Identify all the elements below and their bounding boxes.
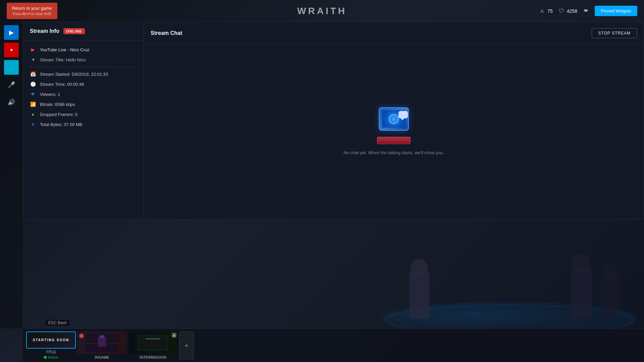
- top-right-stats: ⚔ 75 🛡 4258 ❤ Pinned Widgets: [539, 6, 637, 16]
- svg-text:INTERMISSION: INTERMISSION: [146, 338, 160, 340]
- add-scene-button[interactable]: +: [179, 331, 194, 359]
- return-btn-sub: Press Alt+H to close HUD: [13, 12, 51, 16]
- no-chat-message: No chat yet. When the talking starts, we…: [343, 149, 444, 157]
- svg-rect-14: [142, 342, 156, 347]
- divider: [30, 67, 137, 67]
- scene-thumb-intermission: 🔒 INTERMISSION: [128, 331, 178, 354]
- scene-thumb-title-text: STARTING SOON: [33, 338, 69, 342]
- total-bytes-item: ≡ Total Bytes: 37.59 MB: [23, 119, 144, 129]
- health-icon: ❤: [583, 8, 589, 14]
- viewers-value: Viewers: 1: [40, 92, 60, 97]
- volume-icon-btn[interactable]: 🔊: [4, 95, 19, 110]
- platform-value: YouTube Live - Nico Cruz: [40, 47, 89, 52]
- intermission-lock: 🔒: [172, 333, 176, 338]
- score-icon: 🛡: [558, 8, 565, 14]
- ingame-label: INGAME: [95, 355, 109, 359]
- monitor-eye: [389, 114, 398, 124]
- scene-thumb-ingame: !: [77, 331, 127, 354]
- esc-back-text: ESC Back: [48, 320, 67, 325]
- viewers-item: 👁 Viewers: 1: [23, 89, 144, 99]
- stream-title-value: Stream Title: Hello Nico: [40, 57, 86, 62]
- score-stat: 🛡 4258: [558, 8, 577, 14]
- total-bytes-value: Total Bytes: 37.59 MB: [40, 122, 82, 127]
- stream-chat-panel: Stream Chat STOP STREAM No chat yet. Whe…: [144, 22, 644, 219]
- active-text: Active: [48, 355, 58, 359]
- active-dot: [44, 356, 47, 359]
- scene-item-ingame[interactable]: ! INGAME: [77, 331, 127, 359]
- svg-rect-16: [157, 345, 164, 347]
- stream-info-title: Stream Info: [30, 28, 59, 34]
- svg-rect-9: [100, 335, 104, 338]
- kills-stat: ⚔ 75: [539, 8, 553, 14]
- top-bar: Return to your game Press Alt+H to close…: [0, 0, 644, 22]
- alert-badge: !: [79, 334, 84, 338]
- kills-value: 75: [547, 8, 553, 14]
- scene-title-label: TITLE: [46, 350, 56, 354]
- no-chat-illustration: [374, 107, 414, 144]
- youtube-icon-btn[interactable]: [4, 43, 19, 57]
- scene-item-title[interactable]: STARTING SOON TITLE Active: [26, 331, 76, 359]
- svg-rect-15: [157, 342, 164, 344]
- score-value: 4258: [567, 8, 577, 14]
- stop-stream-button[interactable]: STOP STREAM: [592, 28, 637, 38]
- game-title: WRAITH: [297, 6, 347, 16]
- pinned-widgets-label: Pinned Widgets: [601, 8, 631, 13]
- stream-icon-btn[interactable]: ▶: [4, 25, 19, 40]
- clock-icon: 🕐: [30, 81, 36, 87]
- ingame-preview-svg: [85, 334, 119, 352]
- stream-started-value: Stream Started: 5/6/2019, 22:01:33: [40, 72, 108, 77]
- svg-rect-8: [98, 337, 106, 347]
- scene-active-label: Active: [44, 355, 58, 359]
- health-stat: ❤: [583, 8, 589, 14]
- return-to-game-button[interactable]: Return to your game Press Alt+H to close…: [7, 3, 57, 19]
- stream-time-value: Stream Time: 00:00:48: [40, 82, 84, 87]
- obs-icon-btn[interactable]: [4, 60, 19, 75]
- monitor-graphic: [379, 107, 409, 131]
- pinned-widgets-button[interactable]: Pinned Widgets: [595, 6, 637, 16]
- sidebar: ▶ 🎤 🔊: [0, 22, 23, 328]
- kills-icon: ⚔: [539, 8, 545, 14]
- keyboard-graphic: [377, 137, 411, 144]
- bitrate-value: Bitrate: 6596 kbps: [40, 102, 75, 107]
- chat-title: Stream Chat: [151, 30, 182, 36]
- mic-icon-btn[interactable]: 🎤: [4, 77, 19, 92]
- scene-thumb-title: STARTING SOON: [26, 331, 76, 349]
- speech-bubble: [398, 111, 408, 118]
- bitrate-icon: 📶: [30, 102, 36, 107]
- main-panel: Stream Info ONLINE ▶ YouTube Live - Nico…: [23, 22, 644, 220]
- floor-glow: [376, 302, 577, 328]
- dropped-icon: ●: [30, 112, 36, 117]
- platform-item: ▶ YouTube Live - Nico Cruz: [23, 45, 144, 55]
- svg-point-4: [11, 67, 12, 68]
- return-btn-label: Return to your game: [12, 5, 52, 11]
- bitrate-item: 📶 Bitrate: 6596 kbps: [23, 99, 144, 109]
- lock-icon: 🔒: [172, 334, 176, 337]
- online-badge: ONLINE: [63, 28, 85, 34]
- intermission-preview-svg: INTERMISSION: [136, 334, 170, 352]
- stream-info-header: Stream Info ONLINE: [23, 22, 144, 41]
- stream-title-item: ✦ Stream Title: Hello Nico: [23, 55, 144, 65]
- intermission-label: INTERMISSION: [140, 355, 166, 359]
- stream-title-icon: ✦: [30, 57, 36, 62]
- viewers-icon: 👁: [30, 92, 36, 97]
- no-chat-text: No chat yet. When the talking starts, we…: [343, 150, 444, 155]
- scene-item-intermission[interactable]: 🔒 INTERMISSION INTERMISSION: [128, 331, 178, 359]
- stream-info-list: ▶ YouTube Live - Nico Cruz ✦ Stream Titl…: [23, 41, 144, 133]
- dropped-frames-item: ● Dropped Frames: 0: [23, 109, 144, 119]
- chat-header: Stream Chat STOP STREAM: [144, 22, 644, 45]
- bytes-icon: ≡: [30, 122, 36, 127]
- chat-body: No chat yet. When the talking starts, we…: [144, 45, 644, 219]
- stream-info-panel: Stream Info ONLINE ▶ YouTube Live - Nico…: [23, 22, 144, 219]
- esc-back-label: ESC Back: [46, 320, 69, 326]
- scenes-bar: STARTING SOON TITLE Active ESC Back !: [23, 328, 644, 362]
- dropped-value: Dropped Frames: 0: [40, 112, 77, 117]
- stream-time-item: 🕐 Stream Time: 00:00:48: [23, 79, 144, 89]
- youtube-platform-icon: ▶: [30, 47, 36, 52]
- calendar-icon: 📅: [30, 71, 36, 77]
- stream-started-item: 📅 Stream Started: 5/6/2019, 22:01:33: [23, 69, 144, 79]
